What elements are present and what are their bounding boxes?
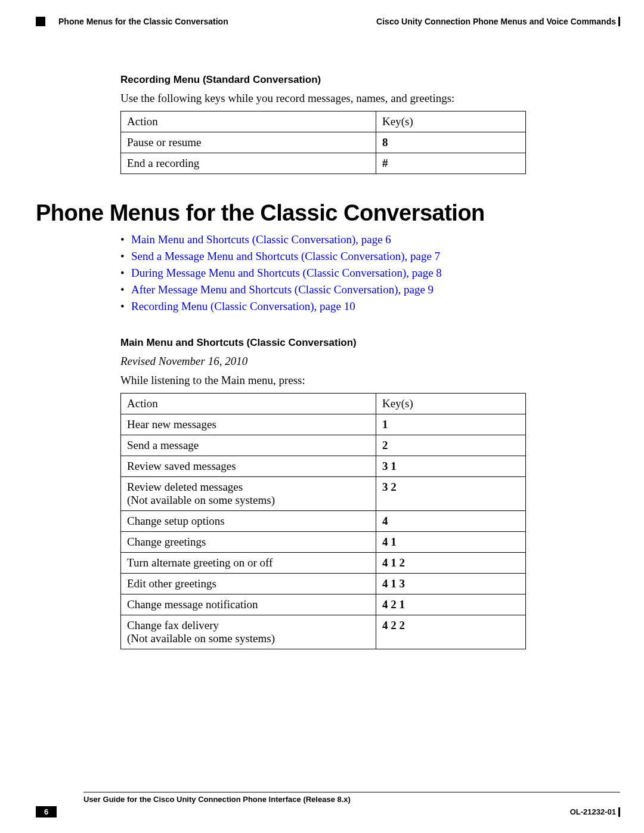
table-header-keys: Key(s) [376, 394, 526, 414]
main-menu-table: Action Key(s) Hear new messages 1 Send a… [120, 393, 526, 649]
table-header-action: Action [121, 112, 376, 132]
table-row: Pause or resume 8 [121, 132, 526, 153]
cell-key: 1 [376, 414, 526, 435]
table-row: Action Key(s) [121, 394, 526, 414]
table-row: Edit other greetings 4 1 3 [121, 574, 526, 594]
cell-action: End a recording [121, 153, 376, 174]
cell-key: 3 1 [376, 456, 526, 477]
header-marker-icon [36, 17, 45, 26]
toc-link[interactable]: Recording Menu (Classic Conversation), p… [131, 300, 355, 312]
main-menu-intro: While listening to the Main menu, press: [120, 374, 538, 387]
cell-key: 4 1 2 [376, 553, 526, 574]
section-title: Phone Menus for the Classic Conversation [36, 200, 620, 226]
table-row: Send a message 2 [121, 435, 526, 456]
table-row: Turn alternate greeting on or off 4 1 2 [121, 553, 526, 574]
cell-key: 8 [376, 132, 526, 153]
footer-rule [83, 792, 620, 792]
cell-action: Review deleted messages (Not available o… [121, 477, 376, 511]
page-header: Phone Menus for the Classic Conversation… [36, 17, 620, 26]
cell-action: Hear new messages [121, 414, 376, 435]
header-right-text: Cisco Unity Connection Phone Menus and V… [376, 17, 620, 26]
cell-action: Pause or resume [121, 132, 376, 153]
cell-key: 4 1 [376, 532, 526, 553]
table-row: Change greetings 4 1 [121, 532, 526, 553]
toc-link[interactable]: Send a Message Menu and Shortcuts (Class… [131, 250, 440, 262]
header-left-text: Phone Menus for the Classic Conversation [58, 17, 228, 26]
cell-key: 4 2 2 [376, 615, 526, 649]
cell-key: 3 2 [376, 477, 526, 511]
cell-action: Turn alternate greeting on or off [121, 553, 376, 574]
cell-action: Review saved messages [121, 456, 376, 477]
cell-action: Change fax delivery (Not available on so… [121, 615, 376, 649]
cell-key: 4 2 1 [376, 594, 526, 615]
recording-menu-intro: Use the following keys while you record … [120, 92, 538, 105]
table-row: Action Key(s) [121, 112, 526, 132]
table-header-keys: Key(s) [376, 112, 526, 132]
list-item: Main Menu and Shortcuts (Classic Convers… [120, 233, 538, 246]
table-header-action: Action [121, 394, 376, 414]
table-row: Change fax delivery (Not available on so… [121, 615, 526, 649]
toc-link[interactable]: After Message Menu and Shortcuts (Classi… [131, 283, 434, 296]
document-id: OL-21232-01 [570, 807, 620, 817]
toc-link[interactable]: During Message Menu and Shortcuts (Class… [131, 267, 442, 279]
table-row: Review deleted messages (Not available o… [121, 477, 526, 511]
document-page: Phone Menus for the Classic Conversation… [0, 0, 644, 833]
toc-list: Main Menu and Shortcuts (Classic Convers… [120, 233, 538, 649]
cell-action: Change greetings [121, 532, 376, 553]
list-item: After Message Menu and Shortcuts (Classi… [120, 283, 538, 296]
list-item: Send a Message Menu and Shortcuts (Class… [120, 250, 538, 263]
cell-action: Change setup options [121, 511, 376, 532]
cell-action: Edit other greetings [121, 574, 376, 594]
recording-menu-heading: Recording Menu (Standard Conversation) [120, 74, 538, 86]
content-area: Recording Menu (Standard Conversation) U… [120, 74, 538, 174]
table-row: Change setup options 4 [121, 511, 526, 532]
header-left: Phone Menus for the Classic Conversation [36, 17, 228, 26]
cell-key: 4 [376, 511, 526, 532]
toc-link[interactable]: Main Menu and Shortcuts (Classic Convers… [131, 233, 391, 246]
table-row: Change message notification 4 2 1 [121, 594, 526, 615]
page-number: 6 [36, 806, 57, 817]
table-row: Hear new messages 1 [121, 414, 526, 435]
footer-guide-title: User Guide for the Cisco Unity Connectio… [83, 795, 620, 804]
cell-key: 4 1 3 [376, 574, 526, 594]
cell-key: 2 [376, 435, 526, 456]
table-row: Review saved messages 3 1 [121, 456, 526, 477]
list-item: Recording Menu (Classic Conversation), p… [120, 300, 538, 313]
table-row: End a recording # [121, 153, 526, 174]
recording-menu-table: Action Key(s) Pause or resume 8 End a re… [120, 111, 526, 174]
page-footer: User Guide for the Cisco Unity Connectio… [36, 792, 620, 817]
toc-bullets: Main Menu and Shortcuts (Classic Convers… [120, 233, 538, 313]
list-item: During Message Menu and Shortcuts (Class… [120, 267, 538, 280]
cell-action: Send a message [121, 435, 376, 456]
cell-action: Change message notification [121, 594, 376, 615]
main-menu-heading: Main Menu and Shortcuts (Classic Convers… [120, 337, 538, 349]
revised-date: Revised November 16, 2010 [120, 355, 538, 368]
cell-key: # [376, 153, 526, 174]
footer-row: 6 OL-21232-01 [36, 806, 620, 817]
